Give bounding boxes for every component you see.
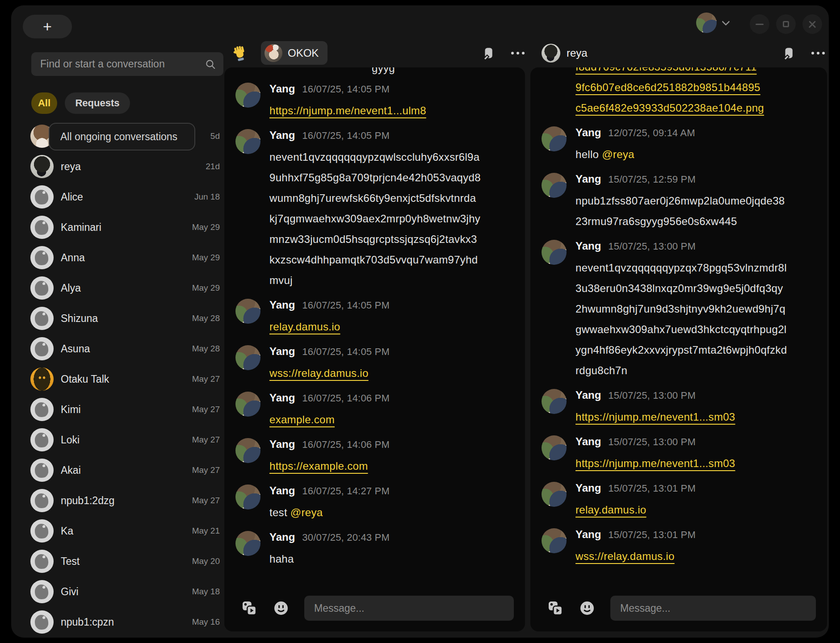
more-options-icon[interactable]: [809, 49, 827, 57]
message-author[interactable]: Yang: [575, 528, 601, 541]
message-author[interactable]: Yang: [269, 392, 295, 404]
close-button[interactable]: [802, 14, 822, 34]
chat-left-title-chip[interactable]: OKOK: [261, 41, 328, 65]
sender-avatar[interactable]: [542, 173, 567, 198]
message-link[interactable]: example.com: [269, 413, 335, 426]
message-link[interactable]: https://njump.me/nevent1...sm03: [575, 457, 735, 469]
conversation-item[interactable]: Givi May 18: [22, 576, 224, 607]
mention[interactable]: @reya: [602, 148, 634, 160]
message-link[interactable]: 9fc6b07ed8ce6d251882b9851b44895: [575, 77, 815, 98]
message-link[interactable]: relay.damus.io: [575, 504, 647, 516]
conversation-item[interactable]: Loki May 27: [22, 425, 224, 455]
message-link[interactable]: f8dd769c762fe83593d6f13586/7c711: [575, 67, 815, 77]
chat-right-title: reya: [567, 47, 588, 59]
chevron-down-icon[interactable]: [722, 17, 730, 25]
filter-requests[interactable]: Requests: [65, 92, 130, 114]
message-input[interactable]: [610, 596, 816, 621]
message-author[interactable]: Yang: [575, 389, 601, 401]
message-link[interactable]: https://njump.me/nevent1...ulm8: [269, 104, 426, 117]
conversation-item[interactable]: Akai May 27: [22, 455, 224, 485]
message-link[interactable]: wss://relay.damus.io: [575, 550, 675, 562]
sender-avatar[interactable]: [235, 531, 260, 556]
sender-avatar[interactable]: [235, 438, 260, 463]
message-author[interactable]: Yang: [575, 173, 601, 185]
conversation-avatar: [30, 398, 54, 421]
new-conversation-button[interactable]: +: [23, 15, 72, 38]
sender-avatar[interactable]: [235, 299, 260, 324]
message-author[interactable]: Yang: [575, 240, 601, 252]
message-author[interactable]: Yang: [575, 435, 601, 448]
sender-avatar[interactable]: [235, 345, 260, 370]
sender-avatar[interactable]: [235, 484, 260, 509]
conversation-item[interactable]: reya 21d: [22, 151, 224, 182]
conversation-item[interactable]: Otaku Talk May 27: [22, 364, 224, 394]
message-link[interactable]: wss://relay.damus.io: [269, 367, 369, 379]
sender-avatar[interactable]: [542, 482, 567, 507]
message-author[interactable]: Yang: [575, 126, 601, 139]
message-author[interactable]: Yang: [269, 531, 295, 543]
chat-right-header: reya: [542, 41, 827, 65]
conversation-avatar: [30, 367, 54, 391]
conversation-item[interactable]: npub1:cpzn May 16: [22, 607, 224, 637]
message-author[interactable]: Yang: [575, 482, 601, 494]
conversation-list: 5d reya 21d Alice Jun 18 Kaminari May 29…: [22, 121, 224, 637]
filter-all[interactable]: All: [31, 92, 57, 114]
emoji-icon[interactable]: [273, 600, 289, 616]
more-options-icon[interactable]: [508, 49, 527, 57]
sender-avatar[interactable]: [542, 389, 567, 414]
sender-avatar[interactable]: [542, 126, 567, 151]
message-input[interactable]: [304, 596, 514, 621]
conversation-timestamp: May 27: [192, 496, 220, 505]
sender-avatar[interactable]: [235, 392, 260, 417]
message-link[interactable]: https://example.com: [269, 460, 368, 472]
message-author[interactable]: Yang: [269, 484, 295, 497]
conversation-avatar: [30, 489, 54, 512]
mention[interactable]: @reya: [290, 506, 323, 518]
conversation-item[interactable]: Alice Jun 18: [22, 182, 224, 212]
chat-right-title-chip[interactable]: reya: [542, 44, 588, 63]
attach-media-icon[interactable]: [547, 600, 564, 617]
message-link[interactable]: relay.damus.io: [269, 321, 340, 333]
sender-avatar[interactable]: [235, 129, 260, 154]
conversation-item[interactable]: Asuna May 28: [22, 334, 224, 364]
conversation-item[interactable]: Alya May 29: [22, 273, 224, 303]
note-icon[interactable]: [782, 46, 795, 60]
message-author[interactable]: Yang: [269, 438, 295, 451]
message-row: Yang 15/07/25, 13:01 PM relay.damus.io: [542, 482, 815, 520]
note-icon[interactable]: [482, 46, 495, 60]
app-window: + All Requests 5d reya 21d: [11, 5, 829, 638]
emoji-icon[interactable]: [579, 600, 595, 616]
search-input[interactable]: [40, 58, 205, 70]
maximize-button[interactable]: [776, 14, 796, 34]
user-menu[interactable]: [696, 13, 729, 33]
conversation-timestamp: May 27: [192, 435, 220, 445]
message-author[interactable]: Yang: [269, 129, 295, 142]
conversation-avatar: [30, 580, 54, 603]
conversation-name: Givi: [61, 586, 185, 598]
conversation-item[interactable]: Test May 20: [22, 546, 224, 576]
clipped-message: gyyg: [372, 67, 512, 75]
message-author[interactable]: Yang: [269, 345, 295, 358]
message-row: Yang 16/07/25, 14:05 PM relay.damus.io: [235, 299, 512, 337]
sender-avatar[interactable]: [542, 528, 567, 553]
sender-avatar[interactable]: [542, 240, 567, 265]
user-avatar[interactable]: [696, 13, 717, 33]
conversation-search[interactable]: [31, 52, 223, 76]
conversation-item[interactable]: Ka May 21: [22, 516, 224, 546]
message-author[interactable]: Yang: [269, 299, 295, 311]
conversation-item[interactable]: Kimi May 27: [22, 394, 224, 425]
sender-avatar[interactable]: [235, 83, 260, 108]
sender-avatar[interactable]: [542, 435, 567, 460]
conversation-item[interactable]: Anna May 29: [22, 242, 224, 273]
conversation-timestamp: Jun 18: [194, 192, 220, 202]
attach-media-icon[interactable]: [241, 600, 258, 617]
message-row: Yang 15/07/25, 13:01 PM wss://relay.damu…: [542, 528, 815, 567]
message-link[interactable]: c5ae6f482e93933d502238ae104e.png: [575, 98, 815, 118]
message-link[interactable]: https://njump.me/nevent1...sm03: [575, 411, 735, 423]
conversation-item[interactable]: Kaminari May 29: [22, 212, 224, 242]
message-author[interactable]: Yang: [269, 83, 295, 95]
conversation-timestamp: 21d: [206, 162, 220, 171]
conversation-item[interactable]: npub1:2dzg May 27: [22, 485, 224, 516]
minimize-button[interactable]: [750, 14, 769, 34]
conversation-item[interactable]: Shizuna May 28: [22, 303, 224, 334]
